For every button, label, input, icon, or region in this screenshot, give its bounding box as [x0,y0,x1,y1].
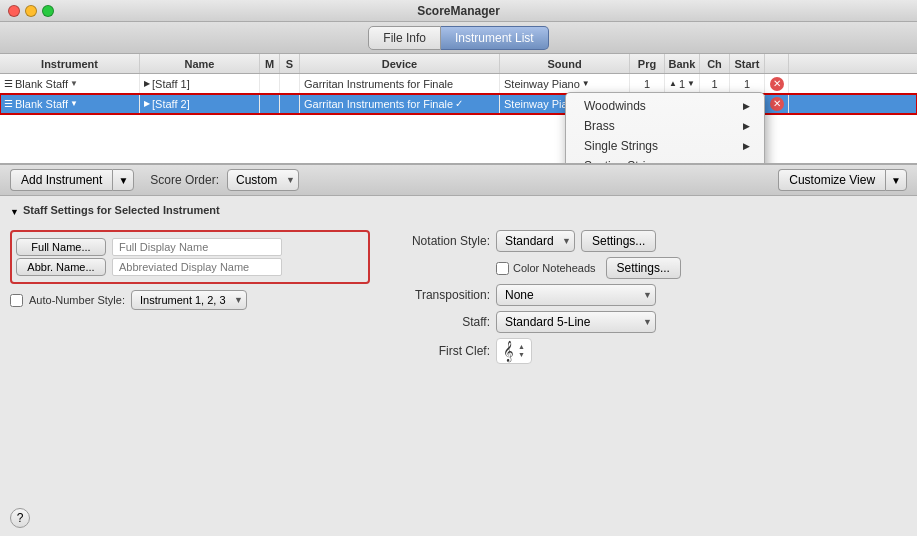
table-header: Instrument Name M S Device Sound Prg Ban… [0,54,917,74]
clef-up-icon[interactable]: ▲ [518,343,525,351]
window-controls [8,5,54,17]
row2-delete[interactable]: ✕ [765,94,789,113]
clef-selector[interactable]: 𝄞 ▲ ▼ [496,338,532,364]
row2-sound: Steinway Piano [500,94,630,113]
col-header-instrument: Instrument [0,54,140,73]
row2-name: ▶ [Staff 2] [140,94,260,113]
minimize-button[interactable] [25,5,37,17]
score-order-select-wrapper: Custom ▼ [227,169,299,191]
full-name-button[interactable]: Full Name... [16,238,106,256]
transposition-select[interactable]: None [496,284,656,306]
notation-style-label: Notation Style: [390,234,490,248]
col-header-prg: Prg [630,54,665,73]
row2-bank: 4 [665,94,700,113]
auto-number-select-wrapper: Instrument 1, 2, 3 ▼ [131,290,247,310]
row2-prg: 1 [630,94,665,113]
staff-select[interactable]: Standard 5-Line [496,311,656,333]
abbr-name-button[interactable]: Abbr. Name... [16,258,106,276]
add-instrument-button[interactable]: Add Instrument [10,169,112,191]
col-header-del [765,54,789,73]
staff-settings-panel: ▼ Staff Settings for Selected Instrument… [0,196,917,536]
bank-down-icon: ▼ [687,79,695,88]
maximize-button[interactable] [42,5,54,17]
instrument-list-tab[interactable]: Instrument List [441,26,549,50]
main-content: Instrument Name M S Device Sound Prg Ban… [0,54,917,536]
delete-icon: ✕ [770,97,784,111]
name-fields-group: Full Name... Abbr. Name... [10,230,370,284]
triangle-down-icon: ▼ [70,79,78,88]
score-order-select[interactable]: Custom [227,169,299,191]
customize-view-button[interactable]: Customize View [778,169,885,191]
submenu-arrow-icon: ▶ [743,121,750,131]
auto-number-select[interactable]: Instrument 1, 2, 3 [131,290,247,310]
check-icon: ✓ [455,98,463,109]
row1-name: ▶ [Staff 1] [140,74,260,93]
row1-m [260,74,280,93]
menu-label: Section Strings [584,159,665,164]
abbr-name-row: Abbr. Name... [16,258,364,276]
customize-view-group: Customize View ▼ [778,169,907,191]
auto-number-row: Auto-Number Style: Instrument 1, 2, 3 ▼ [10,290,370,310]
menu-item-brass[interactable]: Brass ▶ [566,116,764,136]
staff-wrapper: Standard 5-Line ▼ [496,311,656,333]
menu-item-section-strings[interactable]: Section Strings ▶ [566,156,764,164]
clef-down-icon[interactable]: ▼ [518,351,525,359]
row1-delete[interactable]: ✕ [765,74,789,93]
abbr-name-input[interactable] [112,258,282,276]
color-noteheads-label: Color Noteheads [513,262,596,274]
row2-ch: 1 [700,94,730,113]
col-header-start: Start [730,54,765,73]
table-row[interactable]: ☰ Blank Staff ▼ ▶ [Staff 2] Garritan Ins… [0,94,917,114]
toolbar: File Info Instrument List [0,22,917,54]
staff-settings-content: Full Name... Abbr. Name... Auto-Number S… [10,230,907,528]
row2-start [730,94,765,113]
col-header-bank: Bank [665,54,700,73]
row2-instrument: ☰ Blank Staff ▼ [0,94,140,113]
menu-item-single-strings[interactable]: Single Strings ▶ [566,136,764,156]
row1-ch: 1 [700,74,730,93]
full-name-row: Full Name... [16,238,364,256]
bank-up-icon: ▲ [669,79,677,88]
delete-icon: ✕ [770,77,784,91]
menu-label: Single Strings [584,139,658,153]
staff-left-panel: Full Name... Abbr. Name... Auto-Number S… [10,230,370,528]
instrument-table: Instrument Name M S Device Sound Prg Ban… [0,54,917,164]
staff-label: Staff: [390,315,490,329]
submenu-arrow-icon: ▶ [743,161,750,164]
row1-device: Garritan Instruments for Finale [300,74,500,93]
full-name-input[interactable] [112,238,282,256]
notation-style-row: Notation Style: Standard ▼ Settings... [390,230,907,252]
sound-arrow-icon: ▼ [582,79,590,88]
row2-m [260,94,280,113]
play-icon: ▶ [144,79,150,88]
staff-settings-header: ▼ Staff Settings for Selected Instrument [10,204,907,220]
bottom-bar: Add Instrument ▼ Score Order: Custom ▼ C… [0,164,917,196]
color-settings-button[interactable]: Settings... [606,257,681,279]
auto-number-checkbox[interactable] [10,294,23,307]
row1-bank: ▲ 1 ▼ [665,74,700,93]
menu-label: Brass [584,119,615,133]
bank-circle: 4 [673,95,691,113]
row1-start: 1 [730,74,765,93]
submenu-arrow-icon: ▶ [743,141,750,151]
triangle-down-icon: ▼ [70,99,78,108]
notation-style-wrapper: Standard ▼ [496,230,575,252]
file-info-tab[interactable]: File Info [368,26,441,50]
row1-instrument: ☰ Blank Staff ▼ [0,74,140,93]
staff-right-panel: Notation Style: Standard ▼ Settings... C… [390,230,907,528]
notation-settings-button[interactable]: Settings... [581,230,656,252]
hamburger-icon: ☰ [4,98,13,109]
first-clef-row: First Clef: 𝄞 ▲ ▼ [390,338,907,364]
customize-view-arrow[interactable]: ▼ [885,169,907,191]
add-instrument-arrow[interactable]: ▼ [112,169,134,191]
col-header-ch: Ch [700,54,730,73]
notation-style-select[interactable]: Standard [496,230,575,252]
help-button[interactable]: ? [10,508,30,528]
first-clef-label: First Clef: [390,344,490,358]
table-row[interactable]: ☰ Blank Staff ▼ ▶ [Staff 1] Garritan Ins… [0,74,917,94]
col-header-m: M [260,54,280,73]
close-button[interactable] [8,5,20,17]
color-noteheads-checkbox[interactable] [496,262,509,275]
row1-prg: 1 [630,74,665,93]
staff-settings-title: Staff Settings for Selected Instrument [23,204,220,216]
